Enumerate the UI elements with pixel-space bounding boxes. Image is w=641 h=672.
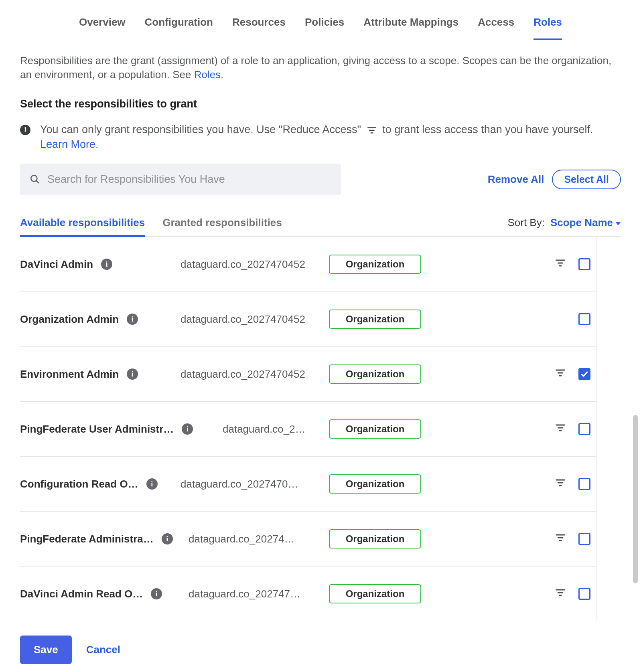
sort-by-dropdown[interactable]: Scope Name (550, 217, 621, 229)
reduce-access-button[interactable] (555, 587, 566, 601)
svg-line-4 (36, 180, 39, 183)
grant-checkbox[interactable] (578, 533, 590, 545)
scope-badge: Organization (329, 419, 421, 439)
subtab-granted[interactable]: Granted responsibilities (162, 217, 282, 236)
reduce-access-button[interactable] (555, 477, 566, 491)
note-part2: to grant less access than you have yours… (379, 123, 593, 136)
info-icon[interactable]: i (182, 423, 193, 435)
intro-tail: . (221, 69, 223, 81)
reduce-access-button[interactable] (555, 532, 566, 546)
sort-by-value: Scope Name (550, 217, 613, 229)
alert-icon: ! (20, 125, 30, 135)
grant-checkbox[interactable] (578, 313, 590, 325)
note-text: You can only grant responsibilities you … (40, 122, 621, 152)
roles-link[interactable]: Roles (194, 69, 221, 81)
tab-policies[interactable]: Policies (305, 16, 344, 40)
responsibility-id: dataguard.co_2027470452 (181, 313, 329, 326)
responsibility-id: dataguard.co_202747… (189, 588, 329, 600)
search-icon (30, 174, 40, 184)
info-icon[interactable]: i (151, 588, 162, 599)
responsibility-row: DaVinci Admin Read O…idataguard.co_20274… (20, 567, 596, 621)
learn-more-link[interactable]: Learn More. (40, 138, 99, 150)
responsibility-name: Environment Admin (20, 368, 119, 381)
scope-badge: Organization (329, 474, 421, 494)
grant-checkbox[interactable] (578, 423, 590, 435)
select-responsibilities-heading: Select the responsibilities to grant (20, 98, 621, 110)
tab-resources[interactable]: Resources (232, 16, 286, 40)
caret-down-icon (615, 222, 621, 225)
svg-point-3 (31, 175, 37, 181)
sort-by-label: Sort By: (507, 217, 544, 229)
tab-roles[interactable]: Roles (533, 16, 562, 40)
responsibility-id: dataguard.co_2027470… (181, 478, 329, 490)
responsibility-row: DaVinci Adminidataguard.co_2027470452Org… (20, 237, 596, 292)
responsibility-row: Environment Adminidataguard.co_202747045… (20, 347, 596, 402)
tab-attribute-mappings[interactable]: Attribute Mappings (363, 16, 458, 40)
reduce-access-button[interactable] (555, 257, 566, 271)
grant-checkbox[interactable] (578, 368, 590, 380)
scope-badge: Organization (329, 364, 421, 384)
responsibility-id: dataguard.co_2027470452 (181, 258, 329, 271)
search-box[interactable] (20, 164, 341, 195)
responsibility-name: Configuration Read O… (20, 478, 138, 490)
tab-access[interactable]: Access (478, 16, 514, 40)
grant-checkbox[interactable] (578, 478, 590, 490)
remove-all-button[interactable]: Remove All (488, 173, 544, 186)
info-icon[interactable]: i (127, 368, 138, 380)
grant-checkbox[interactable] (578, 258, 590, 270)
reduce-access-icon (367, 125, 377, 136)
intro-paragraph: Responsibilities are the grant (assignme… (20, 54, 621, 82)
reduce-access-button[interactable] (555, 422, 566, 436)
responsibility-name: Organization Admin (20, 313, 119, 326)
info-icon[interactable]: i (101, 259, 112, 270)
tab-configuration[interactable]: Configuration (145, 16, 213, 40)
info-icon[interactable]: i (162, 533, 173, 544)
responsibility-id: dataguard.co_2027470452 (181, 368, 329, 381)
scope-badge: Organization (329, 255, 421, 274)
responsibility-id: dataguard.co_20274… (189, 533, 329, 545)
responsibility-row: Organization Adminidataguard.co_20274704… (20, 292, 596, 347)
info-icon[interactable]: i (127, 314, 138, 325)
reduce-access-button[interactable] (555, 367, 566, 381)
scope-badge: Organization (329, 584, 421, 603)
scrollbar-track[interactable] (633, 52, 638, 593)
responsibility-name: DaVinci Admin Read O… (20, 588, 143, 600)
search-input[interactable] (47, 173, 331, 186)
scope-badge: Organization (329, 310, 421, 329)
top-tabs: OverviewConfigurationResourcesPoliciesAt… (20, 0, 621, 40)
responsibility-row: PingFederate Administra…idataguard.co_20… (20, 512, 596, 567)
grant-checkbox[interactable] (578, 588, 590, 600)
responsibility-name: PingFederate User Administr… (20, 423, 174, 435)
info-icon[interactable]: i (146, 478, 158, 490)
scope-badge: Organization (329, 529, 421, 549)
note-row: ! You can only grant responsibilities yo… (20, 122, 621, 152)
responsibility-id: dataguard.co_2… (223, 423, 329, 435)
responsibility-row: Configuration Read O…idataguard.co_20274… (20, 457, 596, 512)
intro-text: Responsibilities are the grant (assignme… (20, 55, 611, 81)
select-all-button[interactable]: Select All (552, 170, 621, 189)
responsibilities-list: DaVinci Adminidataguard.co_2027470452Org… (20, 237, 597, 621)
responsibility-name: PingFederate Administra… (20, 533, 154, 545)
note-part1: You can only grant responsibilities you … (40, 123, 364, 136)
responsibility-row: PingFederate User Administr…idataguard.c… (20, 402, 596, 457)
scrollbar-thumb[interactable] (633, 415, 638, 583)
save-button[interactable]: Save (20, 636, 72, 664)
subtab-available[interactable]: Available responsibilities (20, 217, 145, 236)
cancel-button[interactable]: Cancel (86, 644, 120, 656)
tab-overview[interactable]: Overview (79, 16, 126, 40)
responsibility-name: DaVinci Admin (20, 258, 93, 271)
